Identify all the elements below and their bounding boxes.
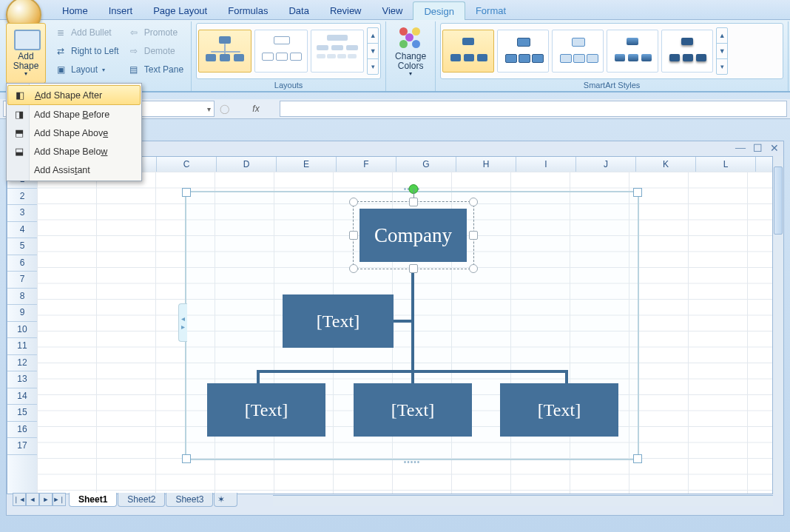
window-maximize-button[interactable]: ☐	[753, 142, 763, 155]
column-header[interactable]: K	[636, 157, 696, 172]
sheet-tab-3[interactable]: Sheet3	[166, 493, 213, 507]
row-header[interactable]: 3	[7, 205, 37, 222]
row-header[interactable]: 14	[7, 388, 37, 405]
resize-handle[interactable]	[469, 264, 478, 273]
org-node-child-3[interactable]: [Text]	[500, 383, 618, 437]
style-option-3[interactable]	[552, 30, 604, 73]
gallery-down-icon[interactable]: ▼	[717, 44, 727, 59]
formula-input[interactable]	[280, 101, 787, 117]
sheet-nav-first[interactable]: ❘◄	[13, 493, 26, 506]
tab-insert[interactable]: Insert	[98, 1, 144, 19]
row-header[interactable]: 17	[7, 438, 37, 455]
worksheet-grid[interactable]: ABCDEFGHIJKL 1234567891011121314151617 •…	[7, 156, 773, 494]
column-header[interactable]: L	[696, 157, 756, 172]
org-node-child-1[interactable]: [Text]	[207, 383, 325, 437]
smartart-frame[interactable]: ••••• ••••• ◂▸	[185, 191, 639, 460]
frame-handle[interactable]	[182, 454, 191, 463]
gallery-up-icon[interactable]: ▲	[368, 28, 378, 44]
promote-button[interactable]: ⇦ Promote	[125, 24, 186, 41]
column-header[interactable]: D	[217, 157, 277, 172]
tab-view[interactable]: View	[372, 1, 413, 19]
menu-add-shape-after[interactable]: ◧ Add Shape After	[7, 85, 141, 105]
menu-add-shape-above[interactable]: ⬒ Add Shape Above	[7, 124, 141, 142]
column-header[interactable]: C	[157, 157, 217, 172]
demote-button[interactable]: ⇨ Demote	[125, 43, 186, 59]
window-minimize-button[interactable]: —	[735, 142, 746, 154]
insert-function-button[interactable]: fx	[234, 104, 278, 114]
text-pane-button[interactable]: ▤ Text Pane	[125, 61, 186, 78]
sheet-nav-prev[interactable]: ◄	[26, 493, 39, 506]
frame-handle[interactable]: •••••	[404, 458, 421, 466]
sheet-tab-1[interactable]: Sheet1	[69, 493, 117, 507]
add-shape-button[interactable]: Add Shape ▾	[6, 23, 46, 84]
row-header[interactable]: 8	[7, 289, 37, 306]
column-header[interactable]: I	[516, 157, 576, 172]
resize-handle[interactable]	[469, 198, 478, 206]
column-header[interactable]: E	[277, 157, 337, 172]
resize-handle[interactable]	[349, 264, 358, 273]
gallery-more-icon[interactable]: ▾	[717, 59, 727, 74]
menu-add-shape-below[interactable]: ⬓ Add Shape Below	[7, 142, 141, 161]
sheet-nav-last[interactable]: ►❘	[53, 493, 66, 506]
horizontal-scrollbar[interactable]	[273, 495, 773, 506]
layouts-gallery-scroll[interactable]: ▲ ▼ ▾	[367, 27, 379, 75]
right-to-left-button[interactable]: ⇄ Right to Left	[52, 43, 122, 59]
row-header[interactable]: 15	[7, 405, 37, 422]
gallery-more-icon[interactable]: ▾	[368, 59, 378, 74]
layout-option-2[interactable]	[254, 30, 308, 73]
menu-add-shape-before[interactable]: ◨ Add Shape Before	[7, 105, 141, 124]
add-bullet-button[interactable]: ≣ Add Bullet	[52, 24, 122, 41]
row-header[interactable]: 12	[7, 355, 37, 372]
column-header[interactable]: F	[337, 157, 396, 172]
scroll-thumb[interactable]	[774, 166, 783, 235]
style-option-1[interactable]	[442, 30, 494, 73]
frame-handle[interactable]	[633, 188, 642, 197]
resize-handle[interactable]	[469, 231, 478, 240]
sheet-nav-next[interactable]: ►	[39, 493, 53, 506]
tab-format[interactable]: Format	[465, 1, 516, 19]
cells-area[interactable]: ••••• ••••• ◂▸	[37, 172, 772, 494]
org-node-assistant[interactable]: [Text]	[283, 294, 394, 348]
vertical-scrollbar[interactable]	[772, 156, 783, 494]
layout-option-1[interactable]	[198, 30, 251, 73]
org-node-child-2[interactable]: [Text]	[354, 383, 472, 437]
resize-handle[interactable]	[349, 198, 358, 206]
menu-add-assistant[interactable]: Add Assistant	[7, 161, 141, 179]
style-option-4[interactable]	[607, 30, 658, 73]
tab-review[interactable]: Review	[320, 1, 372, 19]
tab-formulas[interactable]: Formulas	[217, 1, 278, 19]
style-option-2[interactable]	[497, 30, 549, 73]
row-header[interactable]: 11	[7, 338, 37, 355]
resize-handle[interactable]	[349, 231, 358, 240]
tab-design[interactable]: Design	[413, 1, 465, 20]
gallery-up-icon[interactable]: ▲	[717, 28, 727, 44]
row-header[interactable]: 5	[7, 238, 37, 255]
frame-handle[interactable]	[633, 454, 642, 463]
resize-handle[interactable]	[409, 198, 418, 206]
styles-gallery-scroll[interactable]: ▲ ▼ ▾	[716, 27, 728, 75]
tab-page-layout[interactable]: Page Layout	[143, 1, 217, 19]
text-pane-toggle[interactable]: ◂▸	[178, 303, 187, 342]
name-box-dropdown-icon[interactable]: ▾	[207, 105, 211, 113]
window-close-button[interactable]: ✕	[770, 142, 779, 155]
row-header[interactable]: 2	[7, 189, 37, 206]
row-header[interactable]: 10	[7, 322, 37, 339]
row-header[interactable]: 13	[7, 371, 37, 388]
tab-data[interactable]: Data	[278, 1, 319, 19]
frame-handle[interactable]	[182, 188, 191, 197]
layout-option-3[interactable]	[311, 30, 364, 73]
change-colors-button[interactable]: Change Colors ▾	[391, 23, 431, 84]
new-sheet-button[interactable]: ✶	[214, 493, 237, 507]
org-node-root[interactable]: Company	[359, 209, 467, 262]
row-header[interactable]: 9	[7, 305, 37, 322]
column-header[interactable]: H	[456, 157, 516, 172]
row-header[interactable]: 6	[7, 255, 37, 272]
row-headers[interactable]: 1234567891011121314151617	[7, 172, 38, 494]
column-headers[interactable]: ABCDEFGHIJKL	[37, 157, 772, 172]
style-option-5[interactable]	[661, 30, 713, 73]
column-header[interactable]: G	[396, 157, 456, 172]
gallery-down-icon[interactable]: ▼	[368, 44, 378, 59]
column-header[interactable]: J	[576, 157, 636, 172]
row-header[interactable]: 7	[7, 272, 37, 289]
resize-handle[interactable]	[409, 264, 418, 273]
